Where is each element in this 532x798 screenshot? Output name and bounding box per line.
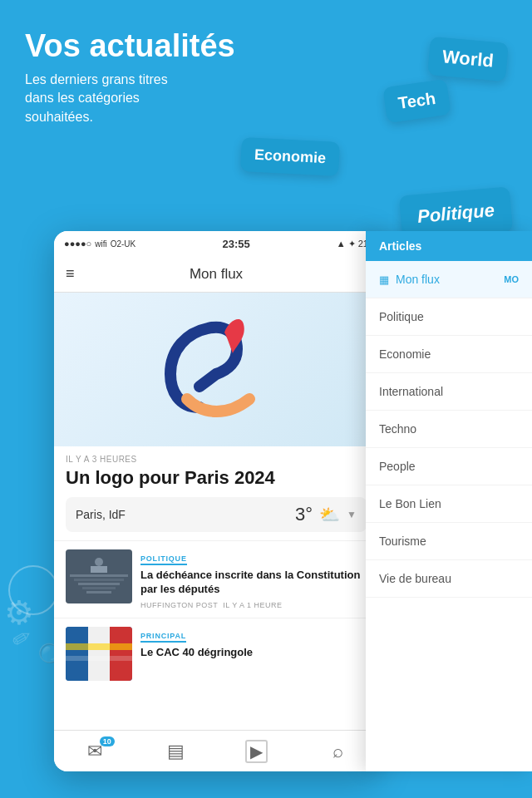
hamburger-button[interactable]: ≡ <box>66 265 75 283</box>
news-thumb-2 <box>66 627 132 681</box>
article-hero-image <box>54 293 378 446</box>
news-item-2[interactable]: PRINCIPAL Le CAC 40 dégringole <box>54 618 378 689</box>
svg-rect-10 <box>88 627 110 681</box>
phone-mockup: ●●●●○ wifi O2-UK 23:55 ▲ ✦ 21 ≡ Mon flux… <box>54 231 378 771</box>
topic-card-tech[interactable]: Tech <box>382 79 451 123</box>
right-panel: Articles ▦ Mon flux MO Politique Economi… <box>366 231 532 771</box>
header-subtitle: Les derniers grans titres dans les catég… <box>25 71 235 126</box>
video-tab[interactable]: ▶ <box>232 735 282 768</box>
panel-item-international[interactable]: International <box>366 373 532 411</box>
news-content-2: PRINCIPAL Le CAC 40 dégringole <box>140 627 367 681</box>
topic-card-world[interactable]: World <box>427 37 509 81</box>
panel-item-techno[interactable]: Techno <box>366 411 532 448</box>
news-item-1[interactable]: POLITIQUE La déchéance inscrite dans la … <box>54 540 378 618</box>
weather-chevron: ▼ <box>347 509 357 520</box>
svg-rect-3 <box>78 583 120 585</box>
svg-rect-9 <box>66 627 88 681</box>
header-title: Vos actualités <box>25 29 235 64</box>
topic-card-economie[interactable]: Economie <box>240 137 340 176</box>
svg-rect-5 <box>86 591 111 594</box>
panel-item-people[interactable]: People <box>366 448 532 485</box>
status-signal: ●●●●○ wifi O2-UK <box>64 239 135 249</box>
news-headline-2: Le CAC 40 dégringole <box>140 646 367 660</box>
panel-item-economie[interactable]: Economie <box>366 336 532 373</box>
news-source-1: HUFFINGTON POST IL Y A 1 HEURE <box>140 601 367 609</box>
article-meta: IL Y A 3 HEURES <box>54 446 378 467</box>
panel-section-header: Articles <box>366 231 532 261</box>
panel-item-mon-flux[interactable]: ▦ Mon flux MO <box>366 261 532 298</box>
weather-location: Paris, IdF <box>76 508 126 521</box>
svg-rect-11 <box>110 627 132 681</box>
svg-rect-13 <box>66 656 132 661</box>
weather-icon: ⛅ <box>319 505 340 525</box>
panel-item-politique[interactable]: Politique <box>366 298 532 336</box>
news-icon: ▤ <box>167 741 185 762</box>
header-section: Vos actualités Les derniers grans titres… <box>25 29 235 126</box>
svg-rect-6 <box>91 566 107 573</box>
mon-flux-icon: ▦ <box>379 273 389 286</box>
video-icon: ▶ <box>245 740 268 763</box>
svg-rect-12 <box>66 643 132 650</box>
news-category-2: PRINCIPAL <box>140 632 186 643</box>
tab-bar: ✉ 10 ▤ ▶ ⌕ <box>54 730 378 771</box>
weather-temp: 3° <box>295 504 313 525</box>
nav-title: Mon flux <box>190 266 243 283</box>
svg-rect-4 <box>82 587 116 589</box>
panel-item-le-bon-lien[interactable]: Le Bon Lien <box>366 485 532 523</box>
news-headline-1: La déchéance inscrite dans la Constituti… <box>140 569 367 597</box>
search-icon: ⌕ <box>332 741 343 762</box>
news-category-1: POLITIQUE <box>140 554 187 565</box>
svg-point-7 <box>95 558 103 566</box>
news-content-1: POLITIQUE La déchéance inscrite dans la … <box>140 549 367 609</box>
nav-bar: ≡ Mon flux <box>54 256 378 293</box>
panel-item-tourisme[interactable]: Tourisme <box>366 523 532 560</box>
mail-badge: 10 <box>100 736 115 746</box>
paris-logo-svg <box>154 308 278 432</box>
article-title[interactable]: Un logo pour Paris 2024 <box>54 467 378 497</box>
status-bar: ●●●●○ wifi O2-UK 23:55 ▲ ✦ 21 <box>54 231 378 256</box>
status-right: ▲ ✦ 21 <box>337 239 368 249</box>
svg-rect-2 <box>74 579 124 581</box>
panel-item-vie-de-bureau[interactable]: Vie de bureau <box>366 560 532 598</box>
weather-right: 3° ⛅ ▼ <box>295 504 357 525</box>
news-thumb-1 <box>66 549 132 603</box>
search-tab[interactable]: ⌕ <box>313 735 362 768</box>
weather-bar[interactable]: Paris, IdF 3° ⛅ ▼ <box>66 497 367 532</box>
status-time: 23:55 <box>222 238 249 250</box>
news-tab[interactable]: ▤ <box>150 735 200 768</box>
svg-rect-1 <box>70 574 128 577</box>
mail-tab[interactable]: ✉ 10 <box>70 735 120 768</box>
